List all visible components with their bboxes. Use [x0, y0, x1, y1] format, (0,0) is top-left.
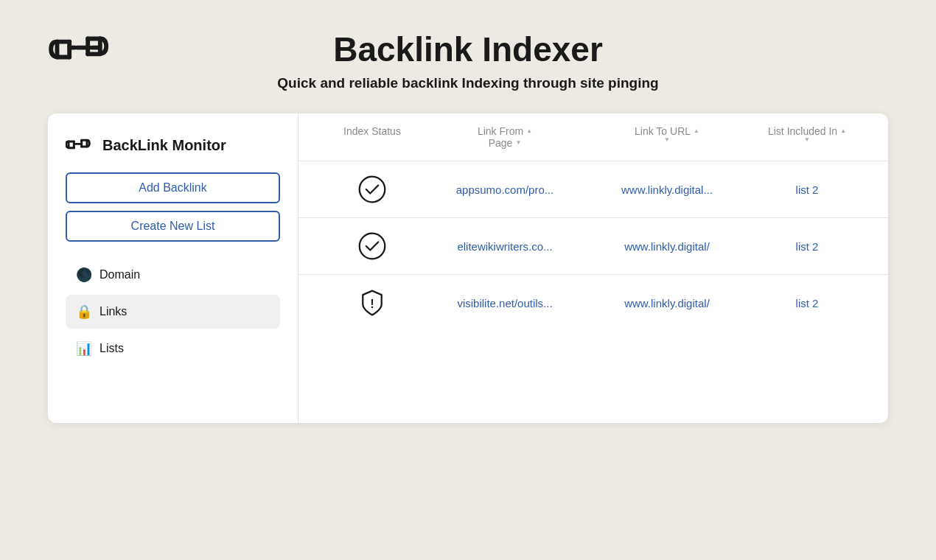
th-index-status: Index Status	[321, 125, 424, 149]
th-link-from[interactable]: Link From ▲ Page ▼	[424, 125, 586, 149]
check-icon-1	[357, 175, 387, 204]
svg-rect-2	[76, 46, 93, 50]
link-from-cell-1[interactable]: appsumo.com/pro...	[424, 183, 586, 196]
sidebar-item-domain[interactable]: 🌑 Domain	[66, 258, 280, 292]
sidebar-header: BackLink Monitor	[66, 134, 280, 156]
link-from-sort-arrows: ▲	[526, 128, 532, 134]
sidebar: BackLink Monitor Add Backlink Create New…	[48, 113, 298, 423]
table-header: Index Status Link From ▲ Page ▼	[298, 113, 888, 161]
table-row: appsumo.com/pro... www.linkly.digital...…	[298, 161, 888, 218]
add-backlink-button[interactable]: Add Backlink	[66, 172, 280, 203]
sidebar-brand: BackLink Monitor	[102, 137, 226, 154]
links-icon: 🔒	[76, 304, 92, 320]
svg-rect-1	[91, 46, 100, 50]
table-row: elitewikiwriters.co... www.linkly.digita…	[298, 218, 888, 275]
link-from-cell-3[interactable]: visibilite.net/outils...	[424, 297, 586, 309]
check-icon-2	[357, 231, 387, 261]
th-index-status-label: Index Status	[343, 125, 401, 137]
link-to-cell-3[interactable]: www.linkly.digital/	[586, 297, 748, 309]
list-included-sort-arrows-down: ▼	[804, 137, 810, 143]
page-subtitle: Quick and reliable backlink Indexing thr…	[277, 75, 658, 91]
link-to-sort-arrows: ▲	[694, 128, 699, 134]
table-row: ! visibilite.net/outils... www.linkly.di…	[298, 275, 888, 331]
lists-icon: 📊	[76, 340, 92, 357]
link-to-cell-1[interactable]: www.linkly.digital...	[586, 183, 748, 196]
sidebar-item-links[interactable]: 🔒 Links	[66, 295, 280, 329]
link-to-sort-arrows-down: ▼	[664, 137, 670, 143]
sidebar-item-lists[interactable]: 📊 Lists	[66, 332, 280, 365]
list-cell-3[interactable]: list 2	[748, 297, 866, 309]
status-cell-2	[321, 231, 424, 261]
th-list-included-label: List Included In	[768, 125, 837, 137]
link-from-sort-arrows-down: ▼	[515, 140, 521, 146]
svg-rect-3	[74, 143, 82, 145]
svg-point-4	[360, 177, 385, 203]
svg-text:!: !	[370, 297, 374, 310]
warning-shield-icon: !	[357, 288, 387, 318]
sidebar-item-lists-label: Lists	[99, 342, 124, 355]
header-area: Backlink Indexer Quick and reliable back…	[48, 22, 888, 91]
th-link-from-label2: Page	[489, 137, 513, 149]
th-link-to[interactable]: Link To URL ▲ ▼	[586, 125, 748, 149]
logo	[48, 22, 122, 77]
logo-icon	[48, 22, 122, 74]
sidebar-logo-icon	[66, 134, 95, 156]
svg-rect-0	[68, 46, 77, 50]
list-cell-2[interactable]: list 2	[748, 240, 866, 253]
sidebar-item-domain-label: Domain	[99, 268, 140, 281]
list-cell-1[interactable]: list 2	[748, 183, 866, 196]
status-cell-3: !	[321, 288, 424, 318]
status-cell-1	[321, 175, 424, 204]
th-list-included[interactable]: List Included In ▲ ▼	[748, 125, 866, 149]
page-title: Backlink Indexer	[333, 29, 603, 69]
list-included-sort-arrows: ▲	[840, 128, 846, 134]
svg-point-5	[360, 234, 385, 259]
sidebar-item-links-label: Links	[99, 305, 127, 318]
create-new-list-button[interactable]: Create New List	[66, 211, 280, 242]
th-link-to-label: Link To URL	[635, 125, 691, 137]
domain-icon: 🌑	[76, 267, 92, 283]
th-link-from-label: Link From	[478, 125, 523, 137]
content-area: Index Status Link From ▲ Page ▼	[298, 113, 888, 423]
main-panel: BackLink Monitor Add Backlink Create New…	[48, 113, 888, 423]
link-from-cell-2[interactable]: elitewikiwriters.co...	[424, 240, 586, 253]
link-to-cell-2[interactable]: www.linkly.digital/	[586, 240, 748, 253]
